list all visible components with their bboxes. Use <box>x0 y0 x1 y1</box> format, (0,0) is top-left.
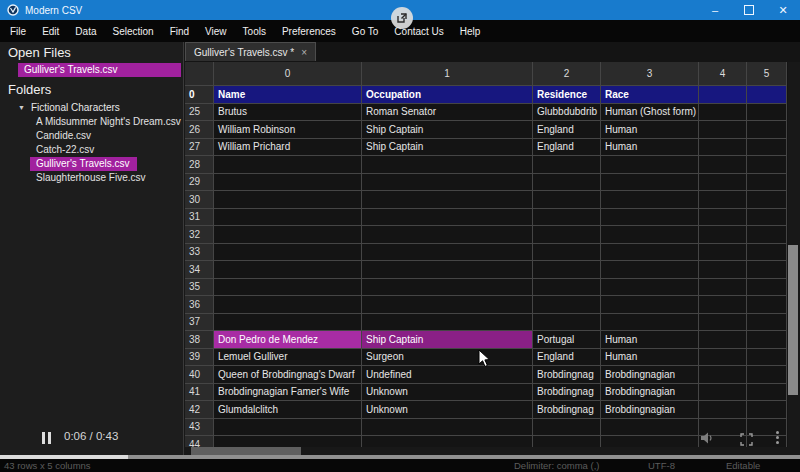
row-header-43[interactable]: 43 <box>185 419 214 437</box>
menu-item-help[interactable]: Help <box>452 22 489 41</box>
cell-r33-c2[interactable] <box>533 244 601 262</box>
fullscreen-icon[interactable] <box>740 432 753 450</box>
menu-item-preferences[interactable]: Preferences <box>274 22 344 41</box>
row-header-0[interactable]: 0 <box>185 86 214 104</box>
row-header-29[interactable]: 29 <box>185 174 214 192</box>
cell-r29-c3[interactable] <box>601 174 699 192</box>
menu-item-go-to[interactable]: Go To <box>344 22 387 41</box>
cell-r42-c4[interactable] <box>699 401 747 419</box>
row-header-40[interactable]: 40 <box>185 366 214 384</box>
cell-r25-c3[interactable]: Human (Ghost form) <box>601 104 699 122</box>
cell-r41-c3[interactable]: Brobdingnagian <box>601 384 699 402</box>
cell-r31-c4[interactable] <box>699 209 747 227</box>
cell-r29-c1[interactable] <box>362 174 533 192</box>
row-header-34[interactable]: 34 <box>185 261 214 279</box>
cell-r26-c3[interactable]: Human <box>601 121 699 139</box>
cell-r27-c4[interactable] <box>699 139 747 157</box>
cell-r26-c5[interactable] <box>747 121 787 139</box>
tab-close-icon[interactable]: × <box>301 47 307 58</box>
cell-r0-c5[interactable] <box>747 86 787 104</box>
cell-r32-c4[interactable] <box>699 226 747 244</box>
cell-r29-c0[interactable] <box>214 174 362 192</box>
cell-r39-c1[interactable]: Surgeon <box>362 349 533 367</box>
cell-r29-c4[interactable] <box>699 174 747 192</box>
cell-r37-c2[interactable] <box>533 314 601 332</box>
cell-r44-c2[interactable] <box>533 436 601 447</box>
row-header-26[interactable]: 26 <box>185 121 214 139</box>
cell-r28-c1[interactable] <box>362 156 533 174</box>
cell-r31-c2[interactable] <box>533 209 601 227</box>
cell-r26-c2[interactable]: England <box>533 121 601 139</box>
row-header-36[interactable]: 36 <box>185 296 214 314</box>
cell-r33-c1[interactable] <box>362 244 533 262</box>
cell-r43-c0[interactable] <box>214 419 362 437</box>
menu-item-file[interactable]: File <box>2 22 34 41</box>
cell-r44-c5[interactable] <box>747 436 787 447</box>
cell-r39-c4[interactable] <box>699 349 747 367</box>
cell-r27-c5[interactable] <box>747 139 787 157</box>
cell-r25-c5[interactable] <box>747 104 787 122</box>
row-header-33[interactable]: 33 <box>185 244 214 262</box>
cell-r27-c1[interactable]: Ship Captain <box>362 139 533 157</box>
cell-r37-c3[interactable] <box>601 314 699 332</box>
cell-r41-c1[interactable]: Unknown <box>362 384 533 402</box>
row-header-30[interactable]: 30 <box>185 191 214 209</box>
row-header-32[interactable]: 32 <box>185 226 214 244</box>
cell-r38-c4[interactable] <box>699 331 747 349</box>
cell-r44-c0[interactable] <box>214 436 362 447</box>
cell-r41-c4[interactable] <box>699 384 747 402</box>
row-header-25[interactable]: 25 <box>185 104 214 122</box>
cell-r38-c3[interactable]: Human <box>601 331 699 349</box>
cell-r27-c0[interactable]: William Prichard <box>214 139 362 157</box>
cell-r32-c3[interactable] <box>601 226 699 244</box>
cell-r30-c4[interactable] <box>699 191 747 209</box>
grid-corner-cell[interactable] <box>185 62 214 86</box>
cell-r35-c0[interactable] <box>214 279 362 297</box>
cell-r36-c0[interactable] <box>214 296 362 314</box>
cell-r43-c5[interactable] <box>747 419 787 437</box>
cell-r36-c4[interactable] <box>699 296 747 314</box>
cell-r35-c2[interactable] <box>533 279 601 297</box>
cell-r34-c1[interactable] <box>362 261 533 279</box>
row-header-35[interactable]: 35 <box>185 279 214 297</box>
cell-r35-c4[interactable] <box>699 279 747 297</box>
open-file-gulliver-s-travels-csv[interactable]: Gulliver's Travels.csv <box>18 63 181 77</box>
column-header-3[interactable]: 3 <box>601 62 699 86</box>
cell-r33-c3[interactable] <box>601 244 699 262</box>
cell-r36-c2[interactable] <box>533 296 601 314</box>
cell-r41-c0[interactable]: Brobdingnagian Famer's Wife <box>214 384 362 402</box>
cell-r42-c0[interactable]: Glumdalclitch <box>214 401 362 419</box>
cell-r42-c1[interactable]: Unknown <box>362 401 533 419</box>
cell-r30-c1[interactable] <box>362 191 533 209</box>
cell-r28-c0[interactable] <box>214 156 362 174</box>
cell-r0-c1[interactable]: Occupation <box>362 86 533 104</box>
cell-r38-c1[interactable]: Ship Captain <box>362 331 533 349</box>
folder-tree-root[interactable]: ▼ Fictional Characters <box>0 99 183 115</box>
cell-r42-c5[interactable] <box>747 401 787 419</box>
cell-r25-c4[interactable] <box>699 104 747 122</box>
cell-r0-c0[interactable]: Name <box>214 86 362 104</box>
cell-r38-c5[interactable] <box>747 331 787 349</box>
menu-item-find[interactable]: Find <box>162 22 197 41</box>
volume-icon[interactable] <box>700 431 716 449</box>
tree-file-a-midsummer-night-s-dream-csv[interactable]: A Midsummer Night's Dream.csv <box>30 115 143 129</box>
row-header-38[interactable]: 38 <box>185 331 214 349</box>
cell-r31-c0[interactable] <box>214 209 362 227</box>
cell-r35-c1[interactable] <box>362 279 533 297</box>
cell-r34-c0[interactable] <box>214 261 362 279</box>
row-header-39[interactable]: 39 <box>185 349 214 367</box>
cell-r0-c2[interactable]: Residence <box>533 86 601 104</box>
cell-r30-c2[interactable] <box>533 191 601 209</box>
tree-file-catch-22-csv[interactable]: Catch-22.csv <box>30 143 143 157</box>
cell-r39-c3[interactable]: Human <box>601 349 699 367</box>
cell-r44-c1[interactable] <box>362 436 533 447</box>
cell-r40-c3[interactable]: Brobdingnagian <box>601 366 699 384</box>
cell-r33-c4[interactable] <box>699 244 747 262</box>
menu-item-data[interactable]: Data <box>67 22 104 41</box>
cell-r31-c3[interactable] <box>601 209 699 227</box>
vertical-scrollbar-thumb[interactable] <box>788 245 798 395</box>
minimize-button[interactable]: – <box>698 0 732 20</box>
row-header-37[interactable]: 37 <box>185 314 214 332</box>
cell-r29-c5[interactable] <box>747 174 787 192</box>
cell-r32-c2[interactable] <box>533 226 601 244</box>
